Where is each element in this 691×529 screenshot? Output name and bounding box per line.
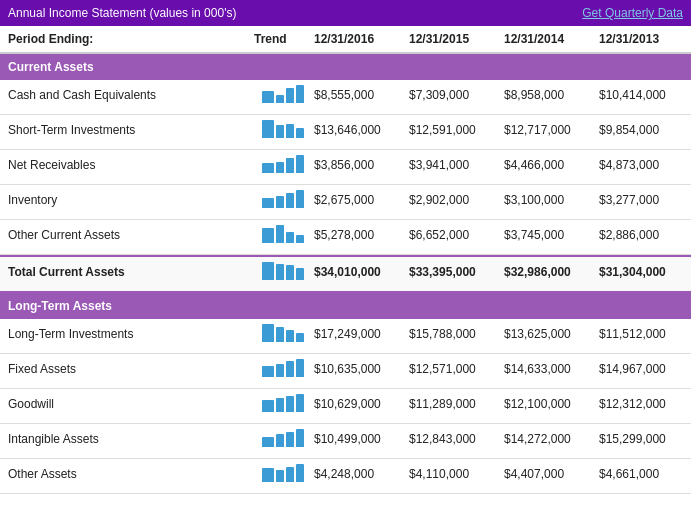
trend-cell bbox=[250, 225, 310, 249]
trend-cell bbox=[250, 85, 310, 109]
value-cell: $2,902,000 bbox=[405, 190, 500, 214]
table-row: Other Current Assets$5,278,000$6,652,000… bbox=[0, 220, 691, 255]
table-row: Cash and Cash Equivalents$8,555,000$7,30… bbox=[0, 80, 691, 115]
trend-cell bbox=[250, 464, 310, 488]
value-cell: $12,591,000 bbox=[405, 120, 500, 144]
value-cell: $15,299,000 bbox=[595, 429, 690, 453]
value-cell: $10,414,000 bbox=[595, 85, 690, 109]
col1-header: 12/31/2016 bbox=[310, 32, 405, 46]
row-label: Long-Term Investments bbox=[0, 324, 250, 348]
value-cell: $12,843,000 bbox=[405, 429, 500, 453]
total-label: Total Current Assets bbox=[0, 262, 250, 286]
value-cell: $3,277,000 bbox=[595, 190, 690, 214]
value-cell: $11,512,000 bbox=[595, 324, 690, 348]
col3-header: 12/31/2014 bbox=[500, 32, 595, 46]
table-row: Net Receivables$3,856,000$3,941,000$4,46… bbox=[0, 150, 691, 185]
trend-cell bbox=[250, 359, 310, 383]
row-label: Fixed Assets bbox=[0, 359, 250, 383]
section-header-1: Long-Term Assets bbox=[0, 293, 691, 319]
value-cell: $8,555,000 bbox=[310, 85, 405, 109]
value-cell: $10,629,000 bbox=[310, 394, 405, 418]
trend-cell bbox=[250, 120, 310, 144]
value-cell: $11,289,000 bbox=[405, 394, 500, 418]
value-cell: $5,278,000 bbox=[310, 225, 405, 249]
value-cell: $9,854,000 bbox=[595, 120, 690, 144]
total-row: Total Current Assets$34,010,000$33,395,0… bbox=[0, 255, 691, 293]
trend-cell bbox=[250, 324, 310, 348]
row-label: Net Receivables bbox=[0, 155, 250, 179]
value-cell: $14,967,000 bbox=[595, 359, 690, 383]
value-cell: $4,466,000 bbox=[500, 155, 595, 179]
value-cell: $10,635,000 bbox=[310, 359, 405, 383]
value-cell: $12,717,000 bbox=[500, 120, 595, 144]
table-row: Fixed Assets$10,635,000$12,571,000$14,63… bbox=[0, 354, 691, 389]
table-row: Goodwill$10,629,000$11,289,000$12,100,00… bbox=[0, 389, 691, 424]
quarterly-data-link[interactable]: Get Quarterly Data bbox=[582, 6, 683, 20]
col2-header: 12/31/2015 bbox=[405, 32, 500, 46]
col4-header: 12/31/2013 bbox=[595, 32, 690, 46]
table-body: Current AssetsCash and Cash Equivalents$… bbox=[0, 54, 691, 494]
value-cell: $4,110,000 bbox=[405, 464, 500, 488]
row-label: Cash and Cash Equivalents bbox=[0, 85, 250, 109]
trend-cell bbox=[250, 262, 310, 286]
header-bar: Annual Income Statement (values in 000's… bbox=[0, 0, 691, 26]
section-header-0: Current Assets bbox=[0, 54, 691, 80]
row-label: Intangible Assets bbox=[0, 429, 250, 453]
column-headers: Period Ending: Trend 12/31/2016 12/31/20… bbox=[0, 26, 691, 54]
row-label: Other Current Assets bbox=[0, 225, 250, 249]
value-cell: $12,571,000 bbox=[405, 359, 500, 383]
period-label: Period Ending: bbox=[0, 32, 250, 46]
row-label: Inventory bbox=[0, 190, 250, 214]
value-cell: $4,873,000 bbox=[595, 155, 690, 179]
value-cell: $7,309,000 bbox=[405, 85, 500, 109]
value-cell: $3,745,000 bbox=[500, 225, 595, 249]
value-cell: $6,652,000 bbox=[405, 225, 500, 249]
value-cell: $14,272,000 bbox=[500, 429, 595, 453]
value-cell: $3,100,000 bbox=[500, 190, 595, 214]
value-cell: $3,856,000 bbox=[310, 155, 405, 179]
row-label: Short-Term Investments bbox=[0, 120, 250, 144]
trend-cell bbox=[250, 155, 310, 179]
value-cell: $2,886,000 bbox=[595, 225, 690, 249]
value-cell: $14,633,000 bbox=[500, 359, 595, 383]
value-cell: $3,941,000 bbox=[405, 155, 500, 179]
table-row: Intangible Assets$10,499,000$12,843,000$… bbox=[0, 424, 691, 459]
value-cell: $12,100,000 bbox=[500, 394, 595, 418]
row-label: Other Assets bbox=[0, 464, 250, 488]
table-row: Long-Term Investments$17,249,000$15,788,… bbox=[0, 319, 691, 354]
total-value-cell: $32,986,000 bbox=[500, 262, 595, 286]
value-cell: $4,248,000 bbox=[310, 464, 405, 488]
trend-cell bbox=[250, 190, 310, 214]
value-cell: $4,661,000 bbox=[595, 464, 690, 488]
value-cell: $13,646,000 bbox=[310, 120, 405, 144]
value-cell: $4,407,000 bbox=[500, 464, 595, 488]
total-value-cell: $34,010,000 bbox=[310, 262, 405, 286]
table-row: Short-Term Investments$13,646,000$12,591… bbox=[0, 115, 691, 150]
total-value-cell: $33,395,000 bbox=[405, 262, 500, 286]
value-cell: $10,499,000 bbox=[310, 429, 405, 453]
value-cell: $15,788,000 bbox=[405, 324, 500, 348]
table-row: Inventory$2,675,000$2,902,000$3,100,000$… bbox=[0, 185, 691, 220]
value-cell: $2,675,000 bbox=[310, 190, 405, 214]
trend-cell bbox=[250, 429, 310, 453]
value-cell: $12,312,000 bbox=[595, 394, 690, 418]
table-row: Other Assets$4,248,000$4,110,000$4,407,0… bbox=[0, 459, 691, 494]
trend-cell bbox=[250, 394, 310, 418]
value-cell: $8,958,000 bbox=[500, 85, 595, 109]
row-label: Goodwill bbox=[0, 394, 250, 418]
value-cell: $13,625,000 bbox=[500, 324, 595, 348]
page-title: Annual Income Statement (values in 000's… bbox=[8, 6, 236, 20]
value-cell: $17,249,000 bbox=[310, 324, 405, 348]
trend-col-header: Trend bbox=[250, 32, 310, 46]
total-value-cell: $31,304,000 bbox=[595, 262, 690, 286]
